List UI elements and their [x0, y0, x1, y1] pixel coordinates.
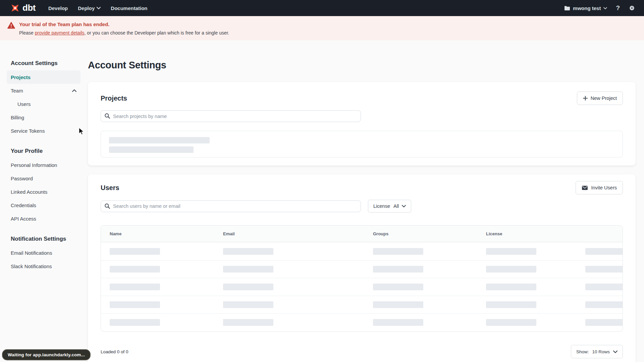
- provide-payment-details-link[interactable]: provide payment details: [35, 30, 85, 36]
- sidebar-heading-notification-settings: Notification Settings: [7, 235, 80, 243]
- trial-ended-banner: Your trial of the Team plan has ended. P…: [0, 16, 644, 40]
- browser-status-bar: Waiting for app.launchdarkly.com...: [2, 349, 91, 360]
- skeleton-bar: [585, 301, 623, 308]
- sidebar-item-label: Projects: [11, 74, 31, 80]
- sidebar-item-label: API Access: [11, 216, 36, 222]
- sidebar-item-billing[interactable]: Billing: [7, 111, 80, 124]
- account-name: mwong test: [573, 5, 601, 11]
- dbt-logo[interactable]: dbt: [10, 3, 36, 13]
- skeleton-bar: [585, 319, 623, 326]
- sidebar-item-label: Email Notifications: [11, 250, 52, 256]
- skeleton-bar: [585, 248, 623, 255]
- skeleton-bar: [585, 266, 623, 273]
- sidebar-item-linked-accounts[interactable]: Linked Accounts: [7, 185, 80, 198]
- nav-item-label: Develop: [48, 5, 68, 11]
- new-project-button-label: New Project: [591, 96, 617, 101]
- sidebar-item-label: Users: [17, 101, 31, 107]
- skeleton-bar: [486, 301, 536, 308]
- nav-item-label: Documentation: [111, 5, 147, 11]
- sidebar-item-slack-notifications[interactable]: Slack Notifications: [7, 259, 80, 273]
- skeleton-bar: [373, 319, 423, 326]
- sidebar-item-label: Linked Accounts: [11, 189, 47, 195]
- banner-body-suffix: , or you can choose the Developer plan w…: [85, 30, 229, 36]
- sidebar-item-label: Team: [11, 88, 23, 94]
- chevron-down-icon: [603, 7, 607, 9]
- sidebar-item-password[interactable]: Password: [7, 172, 80, 185]
- skeleton-bar: [585, 284, 623, 290]
- users-table: Name Email Groups License: [101, 225, 623, 331]
- skeleton-bar: [486, 248, 536, 255]
- chevron-down-icon: [613, 350, 618, 353]
- column-header-name: Name: [110, 231, 223, 236]
- skeleton-bar: [109, 137, 210, 143]
- new-project-button[interactable]: New Project: [577, 92, 623, 105]
- account-switcher[interactable]: mwong test: [564, 5, 607, 11]
- banner-title: Your trial of the Team plan has ended.: [19, 21, 229, 28]
- top-navigation: dbt Develop Deploy Documentation mwong t…: [0, 0, 644, 16]
- column-header-groups: Groups: [373, 231, 486, 236]
- nav-item-documentation[interactable]: Documentation: [111, 5, 147, 11]
- nav-item-label: Deploy: [78, 5, 95, 11]
- dbt-logo-icon: [10, 3, 20, 13]
- skeleton-bar: [486, 319, 536, 326]
- sidebar-item-label: Billing: [11, 115, 24, 120]
- loaded-count-text: Loaded 0 of 0: [101, 349, 128, 354]
- skeleton-bar: [110, 266, 160, 273]
- sidebar-section-account-settings: Account Settings Projects Team Users Bil…: [7, 60, 80, 137]
- skeleton-bar: [110, 284, 160, 290]
- sidebar-item-email-notifications[interactable]: Email Notifications: [7, 246, 80, 259]
- sidebar-item-users[interactable]: Users: [7, 97, 80, 111]
- skeleton-bar: [109, 146, 194, 153]
- skeleton-bar: [223, 284, 273, 290]
- sidebar-section-your-profile: Your Profile Personal Information Passwo…: [7, 147, 80, 225]
- skeleton-bar: [110, 319, 160, 326]
- skeleton-bar: [110, 248, 160, 255]
- skeleton-bar: [486, 284, 536, 290]
- skeleton-bar: [486, 266, 536, 273]
- table-row-skeleton: [101, 260, 623, 278]
- search-projects-input[interactable]: [101, 110, 361, 122]
- sidebar-heading-account-settings: Account Settings: [7, 60, 80, 67]
- sidebar-item-api-access[interactable]: API Access: [7, 212, 80, 225]
- gear-icon[interactable]: [629, 5, 635, 11]
- show-value: 10 Rows: [592, 349, 610, 354]
- sidebar-item-label: Personal Information: [11, 162, 57, 168]
- sidebar-item-personal-information[interactable]: Personal Information: [7, 158, 80, 172]
- invite-users-button[interactable]: Invite Users: [576, 181, 623, 194]
- projects-heading: Projects: [101, 95, 127, 102]
- warning-icon: [7, 22, 15, 36]
- sidebar-item-projects[interactable]: Projects: [7, 70, 80, 84]
- folder-icon: [564, 6, 570, 11]
- invite-users-button-label: Invite Users: [591, 185, 617, 190]
- table-row-skeleton: [101, 278, 623, 296]
- table-row-skeleton: [101, 296, 623, 313]
- banner-body-prefix: Please: [19, 30, 35, 36]
- skeleton-bar: [110, 301, 160, 308]
- chevron-down-icon: [97, 7, 101, 9]
- nav-item-develop[interactable]: Develop: [48, 5, 68, 11]
- skeleton-bar: [223, 266, 273, 273]
- skeleton-bar: [373, 266, 423, 273]
- skeleton-bar: [373, 301, 423, 308]
- rows-per-page-dropdown[interactable]: Show: 10 Rows: [571, 345, 623, 358]
- plus-icon: [583, 96, 588, 101]
- nav-menu: Develop Deploy Documentation: [48, 5, 148, 11]
- projects-loading-skeleton: [101, 131, 623, 158]
- help-icon[interactable]: ?: [616, 4, 620, 12]
- search-users-input[interactable]: [101, 200, 361, 212]
- license-filter-label: License: [373, 203, 390, 209]
- show-label: Show:: [576, 349, 589, 354]
- nav-item-deploy[interactable]: Deploy: [78, 5, 101, 11]
- skeleton-bar: [373, 284, 423, 290]
- sidebar-heading-your-profile: Your Profile: [7, 147, 80, 155]
- users-table-header: Name Email Groups License: [101, 226, 623, 242]
- skeleton-bar: [223, 248, 273, 255]
- license-filter-dropdown[interactable]: License All: [368, 200, 411, 213]
- envelope-icon: [582, 185, 588, 190]
- sidebar-item-service-tokens[interactable]: Service Tokens: [7, 124, 80, 137]
- skeleton-bar: [223, 301, 273, 308]
- license-filter-value: All: [393, 203, 399, 209]
- users-heading: Users: [101, 184, 119, 192]
- sidebar-item-team[interactable]: Team: [7, 84, 80, 97]
- sidebar-item-credentials[interactable]: Credentials: [7, 198, 80, 212]
